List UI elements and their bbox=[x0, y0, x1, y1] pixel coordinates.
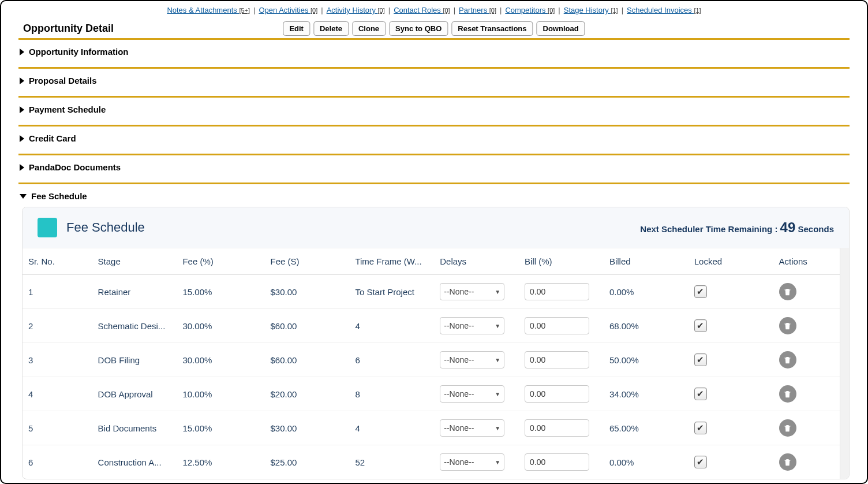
cell-sr-no[interactable]: 3 bbox=[23, 343, 92, 377]
cell-sr-no[interactable]: 1 bbox=[23, 275, 92, 309]
cell-fee-percent: 12.50% bbox=[177, 445, 264, 479]
col-sr-no[interactable]: Sr. No. bbox=[23, 248, 92, 275]
col-fee-percent[interactable]: Fee (%) bbox=[177, 248, 264, 275]
cell-fee-percent: 10.00% bbox=[177, 377, 264, 411]
cell-fee-percent: 15.00% bbox=[177, 411, 264, 445]
delete-button[interactable]: Delete bbox=[313, 21, 349, 36]
locked-checkbox[interactable]: ✔ bbox=[694, 422, 707, 434]
chevron-down-icon: ▼ bbox=[495, 425, 500, 431]
delays-select[interactable]: --None--▼ bbox=[440, 351, 504, 368]
fee-schedule-title: Fee Schedule bbox=[66, 220, 145, 235]
section-proposal-details[interactable]: Proposal Details bbox=[18, 76, 850, 85]
related-list-links: Notes & Attachments [5+]|Open Activities… bbox=[18, 1, 850, 17]
related-list-count: [0] bbox=[310, 7, 317, 14]
related-list-link[interactable]: Activity History [0] bbox=[327, 6, 385, 14]
chevron-down-icon: ▼ bbox=[495, 459, 500, 466]
section-pandadoc-documents[interactable]: PandaDoc Documents bbox=[18, 162, 850, 172]
cell-fee-percent: 30.00% bbox=[177, 309, 264, 343]
cell-time-frame: 4 bbox=[349, 309, 434, 343]
cell-sr-no[interactable]: 6 bbox=[23, 445, 92, 479]
col-locked[interactable]: Locked bbox=[689, 248, 773, 275]
cell-stage[interactable]: Construction A... bbox=[92, 445, 177, 479]
cell-sr-no[interactable]: 4 bbox=[23, 377, 92, 411]
cell-fee-amount: $20.00 bbox=[265, 377, 350, 411]
delays-select[interactable]: --None--▼ bbox=[440, 283, 504, 300]
delete-row-button[interactable] bbox=[779, 317, 796, 334]
cell-stage[interactable]: DOB Filing bbox=[92, 343, 177, 377]
cell-time-frame: To Start Project bbox=[349, 275, 434, 309]
scheduler-timer: Next Scheduler Time Remaining : 49 Secon… bbox=[640, 219, 834, 236]
related-list-link[interactable]: Partners [0] bbox=[459, 6, 496, 14]
cell-stage[interactable]: DOB Approval bbox=[92, 377, 177, 411]
delete-row-button[interactable] bbox=[779, 453, 796, 471]
cell-fee-amount: $60.00 bbox=[265, 343, 350, 377]
locked-checkbox[interactable]: ✔ bbox=[694, 456, 707, 468]
locked-checkbox[interactable]: ✔ bbox=[694, 388, 707, 400]
col-delays[interactable]: Delays bbox=[434, 248, 519, 275]
col-stage[interactable]: Stage bbox=[92, 248, 177, 275]
bill-percent-input[interactable] bbox=[525, 419, 589, 437]
bill-percent-input[interactable] bbox=[525, 283, 589, 300]
cell-sr-no[interactable]: 5 bbox=[23, 411, 92, 445]
clone-button[interactable]: Clone bbox=[352, 21, 386, 36]
section-opportunity-information[interactable]: Opportunity Information bbox=[18, 47, 850, 57]
chevron-right-icon bbox=[20, 49, 24, 55]
cell-fee-amount: $60.00 bbox=[265, 309, 350, 343]
col-billed[interactable]: Billed bbox=[604, 248, 689, 275]
delete-row-button[interactable] bbox=[779, 419, 796, 437]
chevron-right-icon bbox=[20, 77, 24, 84]
related-list-count: [0] bbox=[443, 7, 450, 14]
reset-transactions-button[interactable]: Reset Transactions bbox=[451, 21, 533, 36]
locked-checkbox[interactable]: ✔ bbox=[694, 285, 707, 298]
related-list-link[interactable]: Contact Roles [0] bbox=[394, 6, 450, 14]
related-list-count: [0] bbox=[548, 7, 555, 14]
bill-percent-input[interactable] bbox=[525, 453, 589, 471]
delete-row-button[interactable] bbox=[779, 351, 796, 368]
bill-percent-input[interactable] bbox=[525, 317, 589, 334]
delete-row-button[interactable] bbox=[779, 385, 796, 403]
edit-button[interactable]: Edit bbox=[283, 21, 310, 36]
download-button[interactable]: Download bbox=[537, 21, 585, 36]
page-title: Opportunity Detail bbox=[23, 23, 114, 35]
section-credit-card[interactable]: Credit Card bbox=[18, 133, 850, 143]
related-list-count: [0] bbox=[378, 7, 385, 14]
bill-percent-input[interactable] bbox=[525, 385, 589, 403]
chevron-down-icon: ▼ bbox=[495, 391, 500, 397]
related-list-link[interactable]: Stage History [1] bbox=[564, 6, 618, 14]
table-row: 3DOB Filing30.00%$60.006--None--▼50.00%✔ bbox=[23, 343, 840, 377]
cell-billed: 34.00% bbox=[604, 377, 689, 411]
related-list-link[interactable]: Open Activities [0] bbox=[259, 6, 317, 14]
cell-stage[interactable]: Bid Documents bbox=[92, 411, 177, 445]
col-bill-percent[interactable]: Bill (%) bbox=[519, 248, 604, 275]
fee-schedule-table: Sr. No. Stage Fee (%) Fee (S) Time Frame… bbox=[23, 248, 840, 479]
col-time-frame[interactable]: Time Frame (W... bbox=[349, 248, 434, 275]
delays-select[interactable]: --None--▼ bbox=[440, 317, 504, 334]
cell-stage[interactable]: Retainer bbox=[92, 275, 177, 309]
table-row: 1Retainer15.00%$30.00To Start Project--N… bbox=[23, 275, 840, 309]
cell-billed: 65.00% bbox=[604, 411, 689, 445]
chevron-right-icon bbox=[20, 135, 24, 142]
delays-select[interactable]: --None--▼ bbox=[440, 453, 504, 471]
col-actions[interactable]: Actions bbox=[773, 248, 840, 275]
sync-qbo-button[interactable]: Sync to QBO bbox=[389, 21, 448, 36]
section-payment-schedule[interactable]: Payment Schedule bbox=[18, 105, 850, 114]
bill-percent-input[interactable] bbox=[525, 351, 589, 368]
delete-row-button[interactable] bbox=[779, 283, 796, 300]
vertical-scrollbar[interactable] bbox=[840, 248, 849, 479]
cell-stage[interactable]: Schematic Desi... bbox=[92, 309, 177, 343]
chevron-right-icon bbox=[20, 106, 24, 113]
locked-checkbox[interactable]: ✔ bbox=[694, 319, 707, 332]
col-fee-amount[interactable]: Fee (S) bbox=[265, 248, 350, 275]
delays-select[interactable]: --None--▼ bbox=[440, 385, 504, 403]
cell-fee-amount: $25.00 bbox=[265, 445, 350, 479]
locked-checkbox[interactable]: ✔ bbox=[694, 353, 707, 366]
related-list-count: [1] bbox=[694, 7, 701, 14]
delays-select[interactable]: --None--▼ bbox=[440, 419, 504, 437]
related-list-link[interactable]: Notes & Attachments [5+] bbox=[167, 6, 250, 14]
section-fee-schedule[interactable]: Fee Schedule bbox=[18, 191, 850, 201]
cell-sr-no[interactable]: 2 bbox=[23, 309, 92, 343]
table-row: 2Schematic Desi...30.00%$60.004--None--▼… bbox=[23, 309, 840, 343]
related-list-link[interactable]: Scheduled Invoices [1] bbox=[627, 6, 701, 14]
cell-fee-amount: $30.00 bbox=[265, 411, 350, 445]
related-list-link[interactable]: Competitors [0] bbox=[505, 6, 555, 14]
